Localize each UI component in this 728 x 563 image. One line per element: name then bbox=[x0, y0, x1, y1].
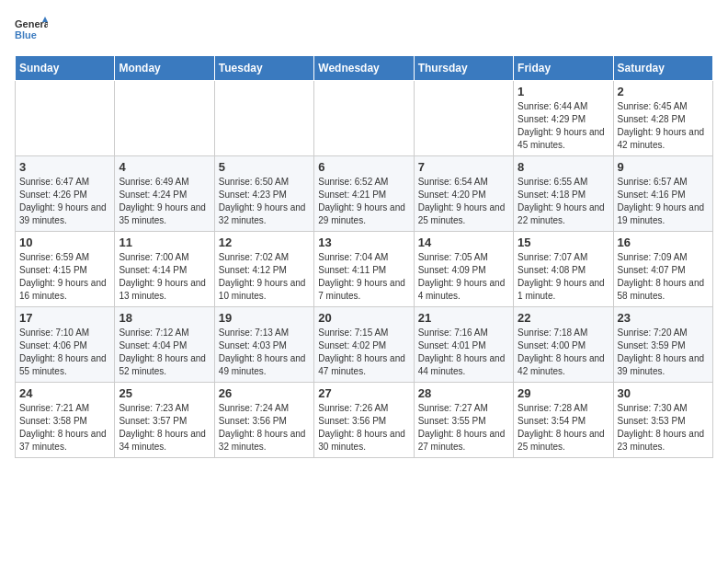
calendar-cell: 6Sunrise: 6:52 AM Sunset: 4:21 PM Daylig… bbox=[314, 156, 414, 232]
day-number: 2 bbox=[618, 85, 709, 98]
logo-svg: General Blue bbox=[15, 15, 48, 48]
calendar-cell: 12Sunrise: 7:02 AM Sunset: 4:12 PM Dayli… bbox=[214, 232, 313, 307]
calendar-cell bbox=[16, 81, 115, 156]
day-number: 11 bbox=[119, 236, 210, 249]
day-number: 14 bbox=[418, 236, 509, 249]
svg-text:Blue: Blue bbox=[15, 29, 37, 40]
calendar-cell: 29Sunrise: 7:28 AM Sunset: 3:54 PM Dayli… bbox=[514, 383, 613, 458]
calendar-cell: 25Sunrise: 7:23 AM Sunset: 3:57 PM Dayli… bbox=[115, 383, 214, 458]
calendar-cell: 8Sunrise: 6:55 AM Sunset: 4:18 PM Daylig… bbox=[514, 156, 613, 232]
day-number: 4 bbox=[119, 160, 210, 174]
calendar-week-4: 17Sunrise: 7:10 AM Sunset: 4:06 PM Dayli… bbox=[16, 307, 713, 383]
day-info: Sunrise: 6:57 AM Sunset: 4:16 PM Dayligh… bbox=[618, 176, 709, 227]
day-info: Sunrise: 7:30 AM Sunset: 3:53 PM Dayligh… bbox=[618, 402, 709, 454]
day-header-friday: Friday bbox=[514, 56, 613, 81]
day-number: 10 bbox=[19, 236, 110, 249]
calendar-cell: 13Sunrise: 7:04 AM Sunset: 4:11 PM Dayli… bbox=[314, 232, 414, 307]
calendar-cell: 19Sunrise: 7:13 AM Sunset: 4:03 PM Dayli… bbox=[214, 307, 313, 383]
calendar-cell: 15Sunrise: 7:07 AM Sunset: 4:08 PM Dayli… bbox=[514, 232, 613, 307]
day-header-thursday: Thursday bbox=[414, 56, 513, 81]
day-header-saturday: Saturday bbox=[613, 56, 712, 81]
calendar-cell: 21Sunrise: 7:16 AM Sunset: 4:01 PM Dayli… bbox=[414, 307, 513, 383]
day-number: 28 bbox=[418, 386, 509, 400]
day-number: 27 bbox=[318, 386, 409, 400]
calendar-cell: 7Sunrise: 6:54 AM Sunset: 4:20 PM Daylig… bbox=[414, 156, 513, 232]
day-number: 22 bbox=[518, 311, 609, 325]
day-number: 1 bbox=[518, 85, 609, 98]
day-info: Sunrise: 7:05 AM Sunset: 4:09 PM Dayligh… bbox=[418, 251, 509, 303]
day-info: Sunrise: 7:15 AM Sunset: 4:02 PM Dayligh… bbox=[318, 327, 409, 378]
day-number: 16 bbox=[618, 236, 709, 249]
day-number: 7 bbox=[418, 160, 509, 174]
calendar-cell: 14Sunrise: 7:05 AM Sunset: 4:09 PM Dayli… bbox=[414, 232, 513, 307]
calendar-cell: 2Sunrise: 6:45 AM Sunset: 4:28 PM Daylig… bbox=[613, 81, 712, 156]
calendar-table: SundayMondayTuesdayWednesdayThursdayFrid… bbox=[15, 55, 713, 458]
day-number: 30 bbox=[618, 386, 709, 400]
day-info: Sunrise: 7:10 AM Sunset: 4:06 PM Dayligh… bbox=[19, 327, 110, 378]
day-info: Sunrise: 6:45 AM Sunset: 4:28 PM Dayligh… bbox=[618, 100, 709, 152]
calendar-cell: 9Sunrise: 6:57 AM Sunset: 4:16 PM Daylig… bbox=[613, 156, 712, 232]
calendar-cell: 1Sunrise: 6:44 AM Sunset: 4:29 PM Daylig… bbox=[514, 81, 613, 156]
calendar-cell: 24Sunrise: 7:21 AM Sunset: 3:58 PM Dayli… bbox=[16, 383, 115, 458]
calendar-week-3: 10Sunrise: 6:59 AM Sunset: 4:15 PM Dayli… bbox=[16, 232, 713, 307]
day-info: Sunrise: 7:21 AM Sunset: 3:58 PM Dayligh… bbox=[19, 402, 110, 454]
day-info: Sunrise: 6:44 AM Sunset: 4:29 PM Dayligh… bbox=[518, 100, 609, 152]
calendar-cell: 27Sunrise: 7:26 AM Sunset: 3:56 PM Dayli… bbox=[314, 383, 414, 458]
day-number: 20 bbox=[318, 311, 409, 325]
day-number: 6 bbox=[318, 160, 409, 174]
day-info: Sunrise: 7:27 AM Sunset: 3:55 PM Dayligh… bbox=[418, 402, 509, 454]
calendar-header-row: SundayMondayTuesdayWednesdayThursdayFrid… bbox=[16, 56, 713, 81]
calendar-cell: 30Sunrise: 7:30 AM Sunset: 3:53 PM Dayli… bbox=[613, 383, 712, 458]
day-number: 12 bbox=[219, 236, 310, 249]
day-number: 24 bbox=[19, 386, 110, 400]
day-number: 13 bbox=[318, 236, 409, 249]
calendar-cell: 17Sunrise: 7:10 AM Sunset: 4:06 PM Dayli… bbox=[16, 307, 115, 383]
day-number: 21 bbox=[418, 311, 509, 325]
day-number: 25 bbox=[119, 386, 210, 400]
calendar-cell: 4Sunrise: 6:49 AM Sunset: 4:24 PM Daylig… bbox=[115, 156, 214, 232]
day-header-monday: Monday bbox=[115, 56, 214, 81]
day-info: Sunrise: 6:50 AM Sunset: 4:23 PM Dayligh… bbox=[219, 176, 310, 227]
day-header-wednesday: Wednesday bbox=[314, 56, 414, 81]
day-info: Sunrise: 6:47 AM Sunset: 4:26 PM Dayligh… bbox=[19, 176, 110, 227]
calendar-cell bbox=[214, 81, 313, 156]
day-info: Sunrise: 6:52 AM Sunset: 4:21 PM Dayligh… bbox=[318, 176, 409, 227]
calendar-cell: 26Sunrise: 7:24 AM Sunset: 3:56 PM Dayli… bbox=[214, 383, 313, 458]
calendar-cell bbox=[314, 81, 414, 156]
day-info: Sunrise: 7:02 AM Sunset: 4:12 PM Dayligh… bbox=[219, 251, 310, 303]
calendar-cell: 11Sunrise: 7:00 AM Sunset: 4:14 PM Dayli… bbox=[115, 232, 214, 307]
day-number: 29 bbox=[518, 386, 609, 400]
day-number: 19 bbox=[219, 311, 310, 325]
day-info: Sunrise: 7:07 AM Sunset: 4:08 PM Dayligh… bbox=[518, 251, 609, 303]
svg-text:General: General bbox=[15, 18, 48, 29]
calendar-week-5: 24Sunrise: 7:21 AM Sunset: 3:58 PM Dayli… bbox=[16, 383, 713, 458]
calendar-cell bbox=[414, 81, 513, 156]
day-info: Sunrise: 7:09 AM Sunset: 4:07 PM Dayligh… bbox=[618, 251, 709, 303]
day-number: 15 bbox=[518, 236, 609, 249]
calendar-cell: 22Sunrise: 7:18 AM Sunset: 4:00 PM Dayli… bbox=[514, 307, 613, 383]
calendar-cell: 16Sunrise: 7:09 AM Sunset: 4:07 PM Dayli… bbox=[613, 232, 712, 307]
day-info: Sunrise: 7:04 AM Sunset: 4:11 PM Dayligh… bbox=[318, 251, 409, 303]
day-info: Sunrise: 6:54 AM Sunset: 4:20 PM Dayligh… bbox=[418, 176, 509, 227]
day-number: 8 bbox=[518, 160, 609, 174]
day-number: 3 bbox=[19, 160, 110, 174]
day-number: 26 bbox=[219, 386, 310, 400]
day-header-sunday: Sunday bbox=[16, 56, 115, 81]
day-info: Sunrise: 7:23 AM Sunset: 3:57 PM Dayligh… bbox=[119, 402, 210, 454]
day-number: 5 bbox=[219, 160, 310, 174]
day-info: Sunrise: 7:20 AM Sunset: 3:59 PM Dayligh… bbox=[618, 327, 709, 378]
day-info: Sunrise: 7:16 AM Sunset: 4:01 PM Dayligh… bbox=[418, 327, 509, 378]
day-info: Sunrise: 7:26 AM Sunset: 3:56 PM Dayligh… bbox=[318, 402, 409, 454]
header: General Blue bbox=[15, 15, 713, 48]
calendar-cell bbox=[115, 81, 214, 156]
day-info: Sunrise: 6:59 AM Sunset: 4:15 PM Dayligh… bbox=[19, 251, 110, 303]
day-info: Sunrise: 6:49 AM Sunset: 4:24 PM Dayligh… bbox=[119, 176, 210, 227]
day-info: Sunrise: 7:28 AM Sunset: 3:54 PM Dayligh… bbox=[518, 402, 609, 454]
day-info: Sunrise: 7:00 AM Sunset: 4:14 PM Dayligh… bbox=[119, 251, 210, 303]
day-header-tuesday: Tuesday bbox=[214, 56, 313, 81]
day-info: Sunrise: 7:13 AM Sunset: 4:03 PM Dayligh… bbox=[219, 327, 310, 378]
day-info: Sunrise: 7:18 AM Sunset: 4:00 PM Dayligh… bbox=[518, 327, 609, 378]
day-info: Sunrise: 7:24 AM Sunset: 3:56 PM Dayligh… bbox=[219, 402, 310, 454]
calendar-cell: 3Sunrise: 6:47 AM Sunset: 4:26 PM Daylig… bbox=[16, 156, 115, 232]
calendar-cell: 10Sunrise: 6:59 AM Sunset: 4:15 PM Dayli… bbox=[16, 232, 115, 307]
